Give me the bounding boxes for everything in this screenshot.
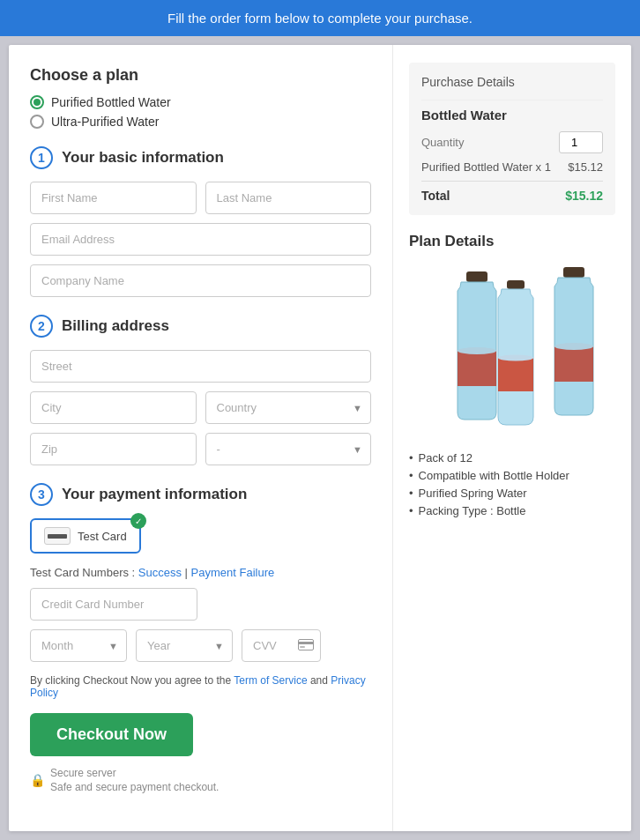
card-label: Test Card: [78, 530, 127, 543]
plan-ultra-label: Ultra-Purified Water: [51, 115, 159, 129]
feature-0: Pack of 12: [409, 451, 615, 465]
feature-0-text: Pack of 12: [419, 451, 473, 465]
quantity-label: Quantity: [421, 136, 464, 149]
city-country-row: Country ▼: [30, 391, 371, 424]
purchase-details-box: Purchase Details Bottled Water Quantity …: [409, 63, 615, 215]
svg-rect-2: [300, 646, 305, 648]
street-input[interactable]: [30, 350, 371, 383]
radio-ultra[interactable]: [30, 115, 44, 129]
terms-text-before: By clicking Checkout Now you agree to th…: [30, 674, 234, 687]
secure-subtitle: Safe and secure payment checkout.: [50, 781, 219, 793]
feature-3-text: Packing Type : Bottle: [419, 504, 526, 517]
email-input[interactable]: [30, 223, 371, 256]
country-select[interactable]: Country: [205, 391, 372, 424]
separator: |: [185, 566, 191, 579]
name-row: [30, 182, 371, 214]
total-label: Total: [421, 189, 450, 203]
secure-title: Secure server: [50, 767, 219, 779]
svg-point-8: [554, 343, 593, 350]
svg-rect-1: [298, 642, 314, 644]
svg-point-11: [498, 355, 533, 361]
street-row: [30, 350, 371, 383]
failure-link[interactable]: Payment Failure: [191, 566, 275, 579]
zip-input[interactable]: [30, 433, 197, 465]
bottle-image: [409, 263, 615, 439]
terms-line: By clicking Checkout Now you agree to th…: [30, 674, 371, 699]
terms-text-middle: and: [310, 674, 331, 687]
company-row: [30, 264, 371, 297]
city-input[interactable]: [30, 391, 197, 424]
choose-plan-title: Choose a plan: [30, 66, 371, 85]
test-numbers-label: Test Card Numbers :: [30, 566, 135, 579]
state-field: - ▼: [205, 433, 372, 465]
first-name-field: [30, 182, 197, 214]
banner-text: Fill the order form below to complete yo…: [167, 11, 473, 26]
svg-rect-9: [507, 280, 525, 289]
month-field: Month 010203 040506 070809 101112 ▼: [30, 629, 127, 662]
step-2-circle: 2: [30, 315, 53, 338]
svg-rect-4: [458, 351, 496, 386]
company-input[interactable]: [30, 264, 371, 297]
feature-3: Packing Type : Bottle: [409, 504, 615, 517]
cc-number-input[interactable]: [30, 588, 197, 621]
step-3-circle: 3: [30, 483, 53, 506]
quantity-row: Quantity: [421, 131, 603, 153]
radio-purified-inner: [33, 99, 41, 106]
line-item-label: Purified Bottled Water x 1: [421, 160, 551, 174]
test-card-option[interactable]: Test Card ✓: [30, 518, 141, 554]
lock-icon: 🔒: [30, 773, 45, 787]
top-banner: Fill the order form below to complete yo…: [0, 0, 640, 36]
billing-header: 2 Billing address: [30, 315, 371, 338]
basic-info-header: 1 Your basic information: [30, 146, 371, 169]
success-link[interactable]: Success: [138, 566, 182, 579]
last-name-input[interactable]: [205, 182, 372, 214]
basic-info-title: Your basic information: [62, 149, 224, 167]
card-check-icon: ✓: [130, 513, 146, 529]
month-select[interactable]: Month 010203 040506 070809 101112: [30, 629, 127, 662]
plan-option-purified[interactable]: Purified Bottled Water: [30, 95, 371, 109]
country-field: Country ▼: [205, 391, 372, 424]
cvv-field: [242, 629, 321, 662]
choose-plan-section: Choose a plan Purified Bottled Water Ult…: [30, 66, 371, 129]
product-name: Bottled Water: [421, 108, 603, 123]
email-field: [30, 223, 371, 256]
svg-rect-6: [563, 267, 584, 278]
terms-of-service-link[interactable]: Term of Service: [234, 674, 307, 687]
line-item-price: $15.12: [568, 160, 603, 174]
zip-state-row: - ▼: [30, 433, 371, 465]
email-row: [30, 223, 371, 256]
feature-1-text: Compatible with Bottle Holder: [419, 469, 569, 482]
svg-rect-7: [554, 346, 593, 382]
test-card-numbers: Test Card Numbers : Success | Payment Fa…: [30, 566, 371, 579]
purchase-divider: [421, 100, 603, 100]
svg-rect-10: [498, 358, 533, 391]
cc-number-field: [30, 588, 197, 621]
quantity-input[interactable]: [559, 131, 603, 153]
card-icon: [44, 527, 71, 545]
cc-number-row: [30, 588, 371, 621]
line-item-row: Purified Bottled Water x 1 $15.12: [421, 160, 603, 182]
expiry-cvv-row: Month 010203 040506 070809 101112 ▼ Year…: [30, 629, 371, 662]
radio-purified[interactable]: [30, 95, 44, 109]
checkout-button[interactable]: Checkout Now: [30, 713, 193, 756]
feature-2: Purified Spring Water: [409, 487, 615, 500]
year-select[interactable]: Year 202420252026 202720282029: [136, 629, 233, 662]
step-1-circle: 1: [30, 146, 53, 169]
svg-point-5: [458, 347, 496, 354]
plan-features-list: Pack of 12 Compatible with Bottle Holder…: [409, 451, 615, 517]
state-select[interactable]: -: [205, 433, 372, 465]
main-content: Choose a plan Purified Bottled Water Ult…: [9, 45, 631, 831]
right-panel: Purchase Details Bottled Water Quantity …: [393, 45, 631, 831]
first-name-input[interactable]: [30, 182, 197, 214]
plan-details-section: Plan Details: [409, 233, 615, 517]
plan-option-ultra[interactable]: Ultra-Purified Water: [30, 115, 371, 129]
total-price: $15.12: [565, 189, 603, 203]
total-row: Total $15.12: [421, 189, 603, 203]
plan-details-title: Plan Details: [409, 233, 615, 250]
card-stripe: [48, 534, 67, 539]
plan-purified-label: Purified Bottled Water: [51, 95, 171, 109]
company-field: [30, 264, 371, 297]
zip-field: [30, 433, 197, 465]
page-wrapper: Fill the order form below to complete yo…: [0, 0, 640, 840]
street-field: [30, 350, 371, 383]
